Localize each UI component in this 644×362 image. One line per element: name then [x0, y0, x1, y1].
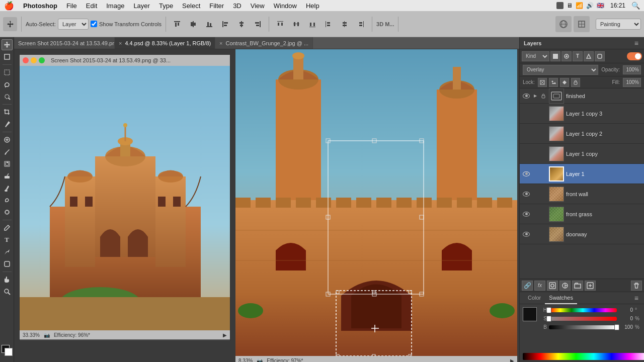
menu-edit[interactable]: Edit — [82, 1, 101, 11]
s-slider-track[interactable] — [549, 317, 617, 321]
distribute-bottom-button[interactable] — [305, 17, 319, 31]
opacity-input[interactable] — [623, 65, 641, 74]
align-right-button[interactable] — [251, 17, 265, 31]
blend-mode-select[interactable]: Overlay Normal Multiply Screen Soft Ligh… — [523, 65, 598, 75]
layer-item-front-grass[interactable]: ▶ front grass — [520, 204, 644, 224]
text-tool[interactable]: T — [2, 234, 13, 245]
h-slider-thumb[interactable] — [546, 307, 551, 313]
layer-fx-button[interactable]: fx — [534, 281, 545, 291]
color-tab[interactable]: Color — [524, 292, 545, 304]
search-icon[interactable]: 🔍 — [631, 2, 640, 10]
left-doc-canvas[interactable] — [20, 66, 230, 330]
lock-image-button[interactable] — [549, 78, 558, 87]
menu-window[interactable]: Window — [270, 1, 301, 11]
left-doc-play-button[interactable]: ▶ — [223, 332, 227, 338]
doc-tab-third-close[interactable]: × — [219, 40, 222, 46]
lock-all-button[interactable] — [571, 78, 580, 87]
b-slider-track[interactable] — [549, 325, 617, 329]
delete-layer-button[interactable] — [631, 281, 642, 291]
menu-help[interactable]: Help — [302, 1, 324, 11]
swatches-tab[interactable]: Swatches — [545, 292, 577, 304]
menu-3d[interactable]: 3D — [229, 1, 246, 11]
menu-image[interactable]: Image — [102, 1, 128, 11]
move-tool-button[interactable] — [3, 17, 17, 31]
show-transform-label[interactable]: Show Transform Controls — [99, 21, 162, 27]
filter-type-button[interactable]: T — [573, 51, 583, 61]
zoom-tool[interactable] — [2, 286, 13, 297]
layer-arrow-finished[interactable]: ▶ — [533, 94, 538, 99]
align-hcenter-button[interactable] — [234, 17, 249, 31]
fill-input[interactable] — [623, 78, 641, 87]
left-doc-minimize-button[interactable] — [31, 57, 37, 63]
clone-stamp-tool[interactable] — [2, 158, 13, 169]
menu-view[interactable]: View — [247, 1, 269, 11]
dodge-tool[interactable] — [2, 207, 13, 218]
layer-vis-layer1[interactable] — [522, 169, 531, 178]
doc-tab-right[interactable]: × 4.4.psd @ 8.33% (Layer 1, RGB/8) — [115, 37, 215, 49]
right-doc-play-button[interactable]: ▶ — [510, 358, 514, 363]
fg-bg-color-selector[interactable] — [2, 345, 13, 356]
distribute-hcenter-button[interactable] — [338, 17, 352, 31]
h-slider-track[interactable] — [549, 308, 617, 312]
hand-tool[interactable] — [2, 274, 13, 285]
brush-tool[interactable] — [2, 146, 13, 157]
show-transform-checkbox[interactable] — [91, 21, 97, 27]
align-left-button[interactable] — [218, 17, 232, 31]
menu-filter[interactable]: Filter — [205, 1, 228, 11]
shape-tool[interactable] — [2, 258, 13, 269]
filter-pixel-button[interactable] — [550, 51, 560, 61]
filter-adjust-button[interactable] — [561, 51, 572, 61]
distribute-left-button[interactable] — [321, 17, 336, 31]
distribute-vcenter-button[interactable] — [289, 17, 303, 31]
layer-vis-copy[interactable] — [522, 149, 531, 158]
doc-tab-left[interactable]: Screen Shot 2015-03-24 at 13.53.49.png @… — [14, 37, 115, 49]
align-top-button[interactable] — [170, 17, 184, 31]
artboard-tool[interactable] — [2, 51, 13, 62]
workspace-select[interactable]: Painting Essentials — [596, 19, 641, 30]
3d-mode-1-button[interactable] — [555, 16, 572, 32]
apple-menu-icon[interactable]: 🍎 — [4, 1, 14, 11]
filter-kind-select[interactable]: Kind Name Effect Mode — [522, 51, 549, 61]
layer-vis-doorway[interactable] — [522, 230, 531, 239]
rectangular-marquee-tool[interactable] — [2, 67, 13, 78]
menu-select[interactable]: Select — [178, 1, 204, 11]
move-tool[interactable] — [2, 39, 13, 50]
layer-adjustment-button[interactable] — [559, 281, 571, 291]
path-selection-tool[interactable] — [2, 246, 13, 257]
layer-folder-button[interactable] — [572, 281, 583, 291]
layer-item-copy2[interactable]: ▶ Layer 1 copy 2 — [520, 124, 644, 144]
eyedropper-tool[interactable] — [2, 119, 13, 130]
color-preview[interactable] — [523, 307, 537, 321]
filter-toggle[interactable] — [627, 52, 642, 60]
layer-item-layer1[interactable]: ▶ Layer 1 — [520, 164, 644, 184]
eraser-tool[interactable] — [2, 170, 13, 182]
layer-vis-front-wall[interactable] — [522, 190, 531, 199]
layer-item-copy[interactable]: ▶ Layer 1 copy — [520, 144, 644, 164]
quick-select-tool[interactable] — [2, 91, 13, 102]
menu-photoshop[interactable]: Photoshop — [19, 1, 61, 11]
align-bottom-button[interactable] — [202, 17, 216, 31]
color-panel-menu-button[interactable]: ≡ — [633, 294, 640, 302]
layer-item-copy3[interactable]: ▶ Layer 1 copy 3 — [520, 104, 644, 124]
lock-position-button[interactable] — [560, 78, 569, 87]
doc-tab-right-close[interactable]: × — [119, 40, 122, 46]
crop-tool[interactable] — [2, 107, 13, 118]
layer-link-button[interactable]: 🔗 — [522, 281, 533, 291]
new-layer-button[interactable] — [585, 281, 596, 291]
menu-type[interactable]: Type — [155, 1, 177, 11]
menu-layer[interactable]: Layer — [129, 1, 154, 11]
layer-vis-copy3[interactable] — [522, 109, 531, 118]
layer-vis-front-grass[interactable] — [522, 210, 531, 219]
lock-transparent-button[interactable] — [538, 78, 547, 87]
layer-item-finished[interactable]: ▶ finished — [520, 88, 644, 104]
s-slider-thumb[interactable] — [546, 316, 551, 322]
distribute-right-button[interactable] — [354, 17, 368, 31]
lasso-tool[interactable] — [2, 79, 13, 90]
layer-item-front-wall[interactable]: ▶ front wall — [520, 184, 644, 204]
left-doc-close-button[interactable] — [23, 57, 29, 63]
layer-item-doorway[interactable]: ▶ doorway — [520, 224, 644, 244]
left-doc-maximize-button[interactable] — [39, 57, 45, 63]
pen-tool[interactable] — [2, 222, 13, 233]
layers-panel-menu-button[interactable]: ≡ — [633, 39, 640, 47]
filter-shape-button[interactable] — [584, 51, 594, 61]
